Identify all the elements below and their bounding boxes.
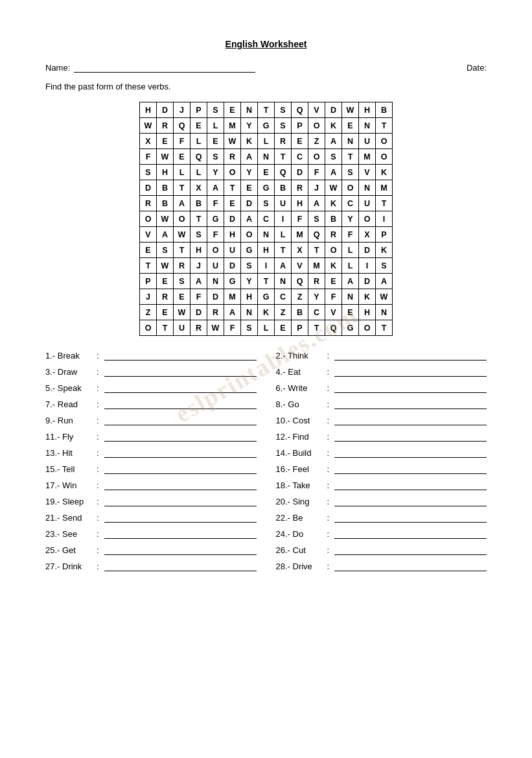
grid-cell: C [292, 149, 308, 165]
verb-label: 3.- Draw [45, 367, 94, 377]
instruction-text: Find the past form of these verbs. [45, 82, 487, 91]
grid-cell: S [325, 149, 342, 165]
grid-cell: V [292, 258, 308, 274]
grid-cell: M [308, 258, 325, 274]
grid-cell: E [174, 149, 191, 165]
verb-colon: : [327, 448, 330, 458]
grid-cell: D [140, 180, 157, 196]
verb-row: 24.- Do: [276, 528, 487, 539]
verb-row: 2.- Think: [276, 350, 487, 361]
grid-cell: E [191, 118, 207, 134]
grid-cell: L [258, 320, 275, 336]
grid-cell: K [325, 196, 342, 211]
grid-cell: E [325, 274, 342, 289]
verb-colon: : [327, 416, 330, 425]
grid-cell: O [376, 134, 393, 149]
verb-colon: : [327, 562, 330, 571]
answer-line [104, 415, 257, 425]
grid-cell: A [325, 134, 342, 149]
grid-cell: J [191, 258, 207, 274]
grid-cell: O [359, 211, 376, 227]
grid-cell: F [140, 149, 157, 165]
grid-cell: K [376, 243, 393, 258]
verb-colon: : [97, 448, 99, 458]
verb-row: 13.- Hit: [45, 447, 257, 458]
verb-label: 6.- Write [276, 383, 325, 393]
grid-cell: I [376, 211, 393, 227]
grid-cell: N [241, 102, 258, 118]
grid-cell: Q [275, 165, 292, 180]
grid-cell: O [376, 149, 393, 165]
grid-cell: N [258, 149, 275, 165]
grid-cell: F [191, 289, 207, 305]
verb-colon: : [97, 351, 99, 361]
grid-cell: H [258, 243, 275, 258]
grid-cell: T [376, 196, 393, 211]
verb-label: 7.- Read [45, 399, 94, 409]
grid-cell: Z [140, 305, 157, 320]
grid-cell: N [376, 305, 393, 320]
grid-cell: Z [275, 305, 292, 320]
grid-cell: K [325, 118, 342, 134]
grid-cell: X [140, 134, 157, 149]
grid-cell: E [157, 134, 174, 149]
verb-label: 14.- Build [276, 448, 325, 458]
verb-row: 21.- Send: [45, 512, 257, 523]
grid-cell: U [224, 243, 241, 258]
verb-colon: : [327, 497, 330, 506]
grid-cell: S [275, 102, 292, 118]
verb-label: 20.- Sing [276, 497, 325, 506]
verb-colon: : [327, 367, 330, 377]
grid-cell: C [308, 305, 325, 320]
verb-label: 28.- Drive [276, 562, 325, 571]
grid-cell: N [275, 274, 292, 289]
verb-row: 18.- Take: [276, 480, 487, 490]
grid-cell: L [258, 134, 275, 149]
grid-cell: A [191, 274, 207, 289]
grid-cell: P [292, 118, 308, 134]
grid-cell: R [308, 274, 325, 289]
grid-cell: B [191, 196, 207, 211]
verb-label: 17.- Win [45, 480, 94, 490]
verb-colon: : [97, 383, 99, 393]
grid-cell: R [224, 149, 241, 165]
grid-cell: G [258, 289, 275, 305]
grid-cell: P [140, 274, 157, 289]
grid-cell: W [224, 134, 241, 149]
grid-cell: B [376, 102, 393, 118]
verb-row: 19.- Sleep: [45, 496, 257, 506]
answer-line [104, 447, 257, 458]
verb-colon: : [97, 562, 99, 571]
grid-cell: S [140, 165, 157, 180]
grid-cell: O [241, 227, 258, 243]
grid-cell: O [174, 211, 191, 227]
answer-line [334, 366, 487, 377]
grid-cell: Y [241, 118, 258, 134]
verb-colon: : [327, 480, 330, 490]
grid-cell: G [342, 320, 359, 336]
grid-cell: H [359, 305, 376, 320]
grid-cell: S [342, 165, 359, 180]
grid-cell: N [342, 134, 359, 149]
grid-cell: E [241, 180, 258, 196]
verb-row: 1.- Break: [45, 350, 257, 361]
grid-cell: A [325, 165, 342, 180]
grid-cell: W [207, 320, 224, 336]
grid-cell: O [342, 180, 359, 196]
grid-cell: E [342, 305, 359, 320]
grid-cell: H [292, 196, 308, 211]
grid-cell: J [140, 289, 157, 305]
grid-cell: A [342, 274, 359, 289]
grid-cell: N [241, 305, 258, 320]
grid-cell: N [342, 289, 359, 305]
grid-cell: O [207, 243, 224, 258]
grid-cell: O [325, 243, 342, 258]
answer-line [334, 480, 487, 490]
grid-cell: Y [342, 211, 359, 227]
grid-cell: W [157, 211, 174, 227]
grid-cell: R [325, 227, 342, 243]
grid-cell: K [359, 289, 376, 305]
grid-cell: R [207, 305, 224, 320]
grid-cell: U [275, 196, 292, 211]
name-label: Name: [45, 63, 70, 73]
